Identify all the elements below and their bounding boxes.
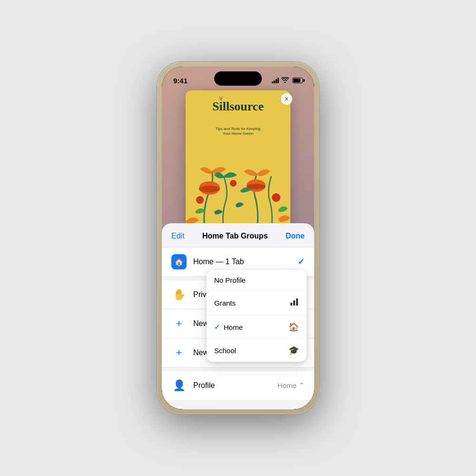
grants-label: Grants bbox=[214, 299, 236, 307]
home-tab-label: Home — 1 Tab bbox=[193, 258, 291, 266]
private-tab-icon: ✋ bbox=[171, 287, 187, 302]
dropdown-grants[interactable]: Grants bbox=[207, 291, 307, 316]
edit-button[interactable]: Edit bbox=[171, 232, 185, 240]
battery-icon bbox=[292, 78, 303, 83]
close-button[interactable]: ✕ bbox=[281, 93, 292, 105]
home-profile-label: Home bbox=[224, 323, 243, 331]
svg-point-1 bbox=[199, 186, 220, 192]
done-button[interactable]: Done bbox=[286, 232, 305, 240]
book-title: Sillsource bbox=[186, 100, 290, 114]
new-empty-icon: + bbox=[171, 316, 187, 331]
school-label: School bbox=[214, 347, 236, 355]
dropdown-no-profile[interactable]: No Profile bbox=[207, 270, 307, 291]
profile-row[interactable]: 👤 Profile Home ⌃ bbox=[162, 371, 314, 400]
expand-icon: ∨ bbox=[216, 93, 226, 103]
profile-value: Home ⌃ bbox=[278, 381, 305, 390]
signal-icon bbox=[272, 78, 279, 83]
phone-frame: 9:41 bbox=[157, 62, 319, 414]
dropdown-home[interactable]: ✓ Home 🏠 bbox=[207, 316, 307, 339]
sheet-title: Home Tab Groups bbox=[202, 232, 268, 240]
home-profile-check: ✓ bbox=[214, 323, 220, 331]
home-tab-icon: 🏠 bbox=[171, 254, 187, 269]
svg-point-6 bbox=[230, 180, 237, 187]
home-profile-icon: 🏠 bbox=[288, 322, 299, 332]
book-card-background: Sillsource Tips and Tools for KeepingYou… bbox=[186, 90, 290, 228]
svg-rect-7 bbox=[290, 303, 292, 306]
wifi-icon bbox=[281, 77, 289, 84]
book-card: Sillsource Tips and Tools for KeepingYou… bbox=[186, 90, 290, 228]
profile-dropdown: No Profile Grants bbox=[207, 270, 307, 362]
grants-icon bbox=[289, 297, 299, 309]
phone-screen: 9:41 bbox=[162, 67, 314, 409]
school-icon: 🎓 bbox=[288, 345, 299, 356]
svg-point-4 bbox=[196, 196, 204, 204]
book-subtitle: Tips and Tools for KeepingYour Home Gree… bbox=[186, 127, 290, 137]
screen-background: 9:41 bbox=[162, 67, 314, 409]
profile-icon: 👤 bbox=[171, 378, 187, 393]
profile-label: Profile bbox=[193, 381, 271, 390]
home-tab-checkmark: ✓ bbox=[298, 257, 305, 267]
divider-2 bbox=[162, 367, 314, 371]
no-profile-label: No Profile bbox=[214, 276, 246, 284]
book-illustration bbox=[186, 143, 290, 228]
status-time: 9:41 bbox=[173, 77, 188, 85]
new-tab-icon: + bbox=[171, 345, 187, 360]
status-icons bbox=[272, 77, 303, 84]
sheet-header: Edit Home Tab Groups Done bbox=[162, 223, 314, 248]
svg-rect-9 bbox=[296, 298, 298, 306]
dropdown-school[interactable]: School 🎓 bbox=[207, 339, 307, 362]
dynamic-island bbox=[214, 71, 262, 86]
svg-point-5 bbox=[272, 193, 280, 202]
svg-rect-8 bbox=[293, 300, 295, 306]
